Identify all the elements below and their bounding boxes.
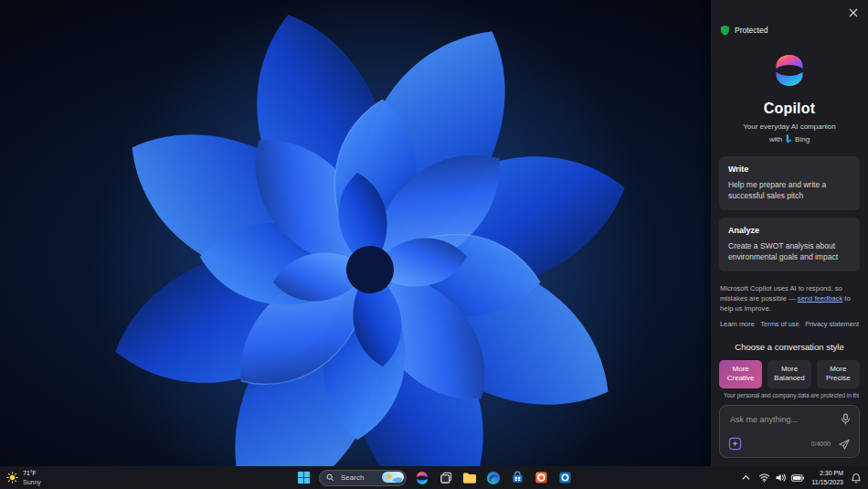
file-explorer-button[interactable] (461, 470, 478, 486)
edge-icon (486, 471, 501, 485)
with-bing-row: with Bing (711, 134, 868, 144)
card-body: Create a SWOT analysis about environment… (728, 241, 851, 263)
close-icon (849, 8, 858, 17)
start-button[interactable] (295, 470, 312, 486)
conversation-style-label: Choose a conversation style (711, 342, 868, 352)
copilot-header: Copilot Your everyday AI companion with … (711, 52, 868, 144)
sun-icon (6, 472, 18, 484)
send-icon (838, 438, 851, 451)
style-more-creative-button[interactable]: More Creative (719, 360, 762, 389)
file-explorer-icon (462, 472, 477, 484)
chat-input[interactable] (728, 414, 835, 425)
style-label-line: Precise (826, 374, 851, 384)
legal-links: Learn more Terms of use Privacy statemen… (720, 320, 859, 328)
clock-time: 2:30 PM (820, 469, 843, 477)
bing-label: Bing (795, 135, 810, 144)
taskbar-search[interactable] (319, 470, 407, 486)
weather-condition: Sunny (23, 478, 41, 486)
mic-icon (841, 413, 851, 425)
clock-date: 11/15/2023 (811, 478, 843, 486)
style-more-balanced-button[interactable]: More Balanced (767, 360, 810, 389)
wifi-icon (758, 473, 770, 483)
char-counter: 0/4000 (811, 441, 831, 447)
battery-icon (791, 474, 804, 482)
ai-disclaimer: Microsoft Copilot uses AI to respond, so… (720, 283, 859, 314)
card-title: Analyze (728, 226, 851, 235)
search-highlights-art (382, 472, 404, 483)
office-button[interactable] (533, 470, 549, 486)
store-icon (511, 471, 524, 484)
bing-icon (785, 134, 792, 144)
tray-chevron-button[interactable] (741, 473, 751, 483)
copilot-sidebar: Protected Copilot Your everyday (711, 0, 868, 466)
tray-status-icons[interactable] (758, 473, 804, 483)
protected-badge: Protected (720, 25, 859, 36)
copilot-logo-icon (771, 52, 808, 89)
privacy-statement-link[interactable]: Privacy statement (805, 320, 859, 328)
volume-icon (775, 473, 787, 483)
card-title: Write (728, 165, 851, 174)
send-feedback-link[interactable]: send feedback (798, 294, 842, 303)
screen: Protected Copilot Your everyday (0, 0, 868, 489)
close-button[interactable] (846, 5, 861, 20)
outlook-icon (558, 471, 572, 484)
suggestion-card-write[interactable]: Write Help me prepare and write a succes… (719, 156, 860, 210)
style-label-line: More (733, 365, 749, 375)
suggestion-card-analyze[interactable]: Analyze Create a SWOT analysis about env… (719, 218, 860, 271)
chevron-up-icon (741, 473, 751, 483)
shield-icon (720, 25, 730, 36)
search-icon (326, 473, 334, 482)
task-view-button[interactable] (438, 470, 454, 486)
outlook-button[interactable] (556, 470, 573, 486)
copilot-subtitle: Your everyday AI companion (711, 122, 868, 131)
weather-widget[interactable]: 71°F Sunny (6, 466, 41, 489)
taskbar-copilot-icon (415, 471, 429, 485)
protected-label: Protected (735, 26, 767, 35)
send-button[interactable] (838, 438, 851, 451)
conversation-style-options: More Creative More Balanced More Precise (719, 360, 860, 389)
taskbar: 71°F Sunny (0, 466, 868, 489)
store-button[interactable] (509, 470, 525, 486)
edge-button[interactable] (485, 470, 502, 486)
taskbar-center (295, 466, 573, 489)
system-tray: 2:30 PM 11/15/2023 (741, 466, 862, 489)
bell-icon (851, 473, 862, 484)
style-more-precise-button[interactable]: More Precise (817, 360, 860, 389)
new-topic-button[interactable] (728, 437, 742, 451)
terms-of-use-link[interactable]: Terms of use (760, 320, 799, 328)
taskbar-clock[interactable]: 2:30 PM 11/15/2023 (811, 469, 843, 486)
card-body: Help me prepare and write a successful s… (728, 180, 851, 202)
weather-temp: 71°F (23, 469, 41, 477)
data-protection-text: Your personal and company data are prote… (724, 392, 859, 399)
taskbar-copilot-button[interactable] (414, 470, 430, 486)
style-label-line: Balanced (774, 374, 804, 384)
start-icon (297, 471, 311, 484)
style-label-line: Creative (727, 374, 755, 384)
task-view-icon (439, 471, 453, 484)
copilot-title: Copilot (711, 101, 868, 117)
search-highlights-badge[interactable] (382, 470, 404, 486)
learn-more-link[interactable]: Learn more (720, 320, 755, 328)
search-input[interactable] (339, 473, 377, 483)
notification-button[interactable] (851, 473, 862, 484)
chat-input-container: 0/4000 (719, 405, 860, 458)
data-protection-note: Your personal and company data are prote… (720, 391, 859, 399)
style-label-line: More (781, 365, 798, 375)
style-label-line: More (830, 365, 846, 375)
office-icon (535, 471, 548, 484)
new-topic-icon (728, 437, 742, 451)
with-label: with (769, 135, 782, 144)
mic-button[interactable] (841, 413, 851, 425)
